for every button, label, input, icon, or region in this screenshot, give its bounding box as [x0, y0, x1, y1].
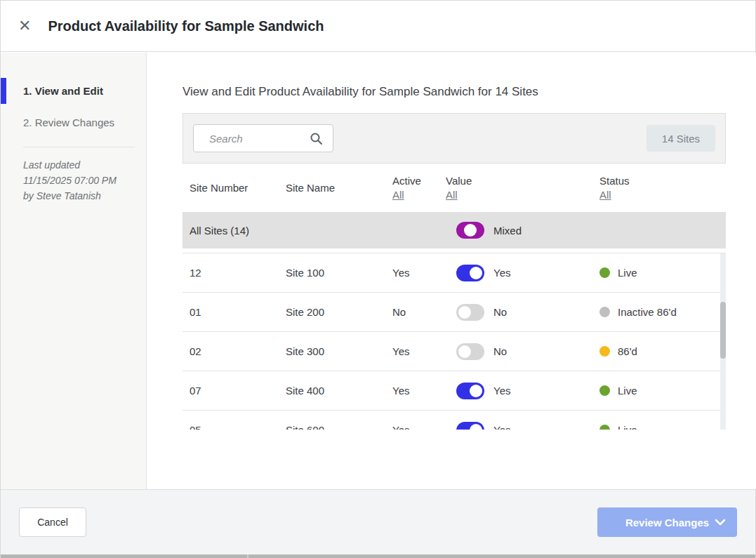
last-updated-note: Last updated 11/15/2025 07:00 PM by Stev… [1, 157, 146, 204]
value-label: No [493, 306, 507, 318]
status-cell: Inactive 86'd [599, 306, 726, 318]
last-updated-author: by Steve Tatanish [23, 188, 136, 204]
value-label: Yes [493, 385, 510, 397]
value-toggle[interactable] [456, 304, 484, 321]
status-dot [599, 307, 610, 317]
active-cell: Yes [392, 424, 446, 430]
site-name-cell: Site 200 [286, 306, 392, 318]
toggle-knob [470, 267, 482, 279]
sidebar-step-view-and-edit[interactable]: 1. View and Edit [1, 78, 146, 104]
review-changes-label: Review Changes [625, 517, 709, 529]
value-toggle[interactable] [456, 343, 484, 360]
value-toggle[interactable] [456, 383, 484, 399]
last-updated-line: Last updated [23, 157, 136, 173]
search-input[interactable] [209, 133, 314, 145]
review-changes-button[interactable]: Review Changes [597, 507, 737, 537]
all-sites-value-cell: Mixed [446, 222, 599, 239]
site-name-cell: Site 400 [286, 385, 392, 397]
column-header-value: Value All [446, 175, 599, 201]
status-dot [599, 346, 610, 357]
status-cell: 86'd [599, 345, 726, 357]
sidebar-step-review-changes[interactable]: 2. Review Changes [1, 109, 146, 135]
step-label: 2. Review Changes [23, 117, 114, 128]
sites-table: 14 Sites Site Number Site Name Active Al… [183, 113, 726, 430]
column-label: Site Name [286, 182, 335, 194]
column-header-active: Active All [392, 175, 446, 201]
status-label: Live [618, 267, 637, 279]
status-label: Live [618, 424, 637, 430]
last-updated-timestamp: 11/15/2025 07:00 PM [23, 173, 136, 188]
search-box[interactable] [193, 124, 333, 152]
column-label: Status [599, 175, 630, 187]
column-label: Active [392, 175, 421, 187]
active-step-indicator [1, 78, 6, 104]
value-cell: Yes [446, 265, 599, 281]
page-title: View and Edit Product Availability for S… [183, 85, 756, 99]
column-header-site-name: Site Name [286, 182, 392, 194]
value-label: Yes [493, 424, 510, 430]
steps-sidebar: 1. View and Edit 2. Review Changes Last … [1, 53, 147, 489]
all-sites-toggle[interactable] [456, 222, 484, 239]
product-availability-modal: ✕ Product Availability for Sample Sandwi… [0, 0, 756, 558]
table-header-row: Site Number Site Name Active All Value A… [183, 164, 726, 211]
column-header-site-number: Site Number [190, 182, 286, 194]
table-row: 05 Site 600 Yes Yes Live [183, 411, 726, 430]
value-all-filter-link[interactable]: All [446, 189, 458, 201]
active-all-filter-link[interactable]: All [392, 189, 404, 201]
search-icon [310, 132, 323, 145]
table-row: 01 Site 200 No No Inactive 86'd [183, 293, 726, 332]
value-cell: Yes [446, 422, 599, 430]
site-name-cell: Site 100 [286, 267, 392, 279]
site-number-cell: 01 [190, 306, 286, 318]
toggle-knob [470, 385, 482, 397]
value-toggle[interactable] [456, 265, 484, 281]
background-divider [247, 554, 248, 558]
status-label: Inactive 86'd [618, 306, 677, 318]
site-number-cell: 12 [190, 267, 286, 279]
active-cell: Yes [392, 345, 446, 357]
status-dot [599, 425, 610, 430]
status-cell: Live [599, 385, 726, 397]
modal-header: ✕ Product Availability for Sample Sandwi… [1, 1, 755, 52]
status-all-filter-link[interactable]: All [599, 189, 611, 201]
status-label: 86'd [618, 345, 637, 357]
active-cell: Yes [392, 267, 446, 279]
table-row: 07 Site 400 Yes Yes Live [183, 371, 726, 411]
value-cell: Yes [446, 383, 599, 399]
status-dot [599, 267, 610, 278]
cancel-button[interactable]: Cancel [19, 507, 86, 537]
status-label: Live [618, 385, 637, 397]
background-page-strip [1, 554, 755, 558]
all-sites-toggle-label: Mixed [493, 225, 522, 237]
value-cell: No [446, 304, 599, 321]
vertical-scrollbar[interactable] [720, 253, 726, 430]
chevron-down-icon [715, 519, 726, 526]
active-cell: Yes [392, 385, 446, 397]
table-row: 12 Site 100 Yes Yes Live [183, 253, 726, 293]
site-name-cell: Site 600 [286, 424, 392, 430]
value-toggle[interactable] [456, 422, 484, 430]
toggle-knob [464, 224, 477, 237]
site-number-cell: 07 [190, 385, 286, 397]
value-label: No [493, 345, 507, 357]
toggle-knob [470, 424, 482, 430]
column-label: Value [446, 175, 472, 187]
column-header-status: Status All [599, 175, 726, 201]
column-label: Site Number [190, 182, 248, 194]
step-label: 1. View and Edit [23, 85, 103, 97]
status-cell: Live [599, 424, 726, 430]
table-scroll-viewport[interactable]: 12 Site 100 Yes Yes Live 01 Site 200 [183, 253, 726, 430]
all-sites-row: All Sites (14) Mixed [183, 212, 726, 248]
site-number-cell: 02 [190, 345, 286, 357]
site-name-cell: Site 300 [286, 345, 392, 357]
table-toolbar: 14 Sites [183, 113, 726, 164]
active-cell: No [392, 306, 446, 318]
value-label: Yes [493, 267, 510, 279]
modal-title: Product Availability for Sample Sandwich [48, 18, 324, 34]
sites-count-button[interactable]: 14 Sites [646, 125, 715, 152]
scrollbar-thumb[interactable] [720, 302, 726, 359]
main-panel: View and Edit Product Availability for S… [147, 53, 756, 489]
close-icon[interactable]: ✕ [18, 18, 31, 34]
toggle-knob [458, 345, 471, 358]
modal-footer: Cancel Review Changes [1, 489, 755, 554]
